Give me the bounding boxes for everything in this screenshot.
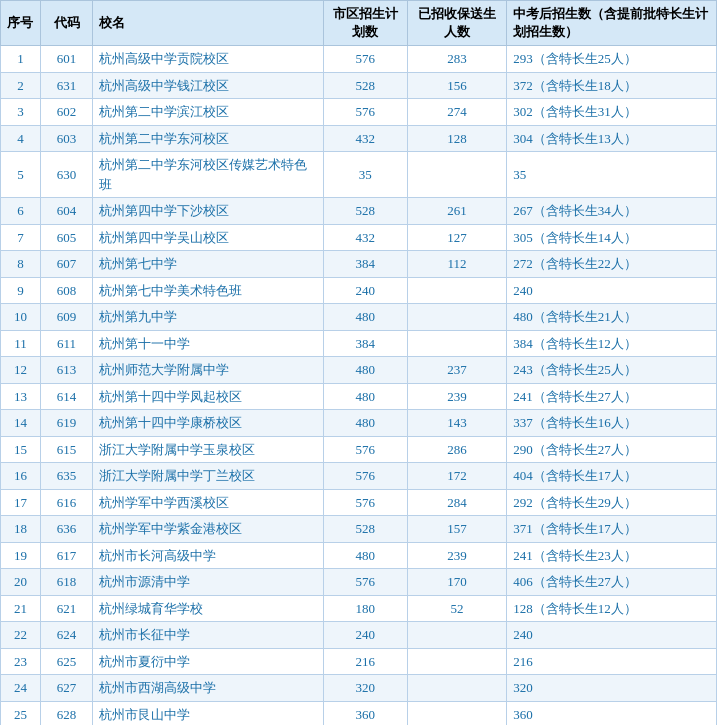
table-row: 9608杭州第七中学美术特色班240240	[1, 277, 717, 304]
table-cell	[407, 152, 507, 198]
table-cell: 杭州第十四中学康桥校区	[93, 410, 324, 437]
table-cell: 337（含特长生16人）	[507, 410, 717, 437]
table-cell: 杭州学军中学紫金港校区	[93, 516, 324, 543]
table-row: 4603杭州第二中学东河校区432128304（含特长生13人）	[1, 125, 717, 152]
table-cell: 406（含特长生27人）	[507, 569, 717, 596]
table-cell: 480	[323, 357, 407, 384]
table-cell: 528	[323, 72, 407, 99]
table-cell: 302（含特长生31人）	[507, 99, 717, 126]
table-cell	[407, 675, 507, 702]
table-cell: 23	[1, 648, 41, 675]
table-row: 8607杭州第七中学384112272（含特长生22人）	[1, 251, 717, 278]
table-cell: 384	[323, 251, 407, 278]
table-cell: 杭州高级中学贡院校区	[93, 46, 324, 73]
table-cell: 6	[1, 198, 41, 225]
header-name: 校名	[93, 1, 324, 46]
table-cell: 杭州市长征中学	[93, 622, 324, 649]
table-cell: 12	[1, 357, 41, 384]
table-cell: 239	[407, 383, 507, 410]
table-cell: 239	[407, 542, 507, 569]
table-cell: 261	[407, 198, 507, 225]
table-cell: 604	[40, 198, 92, 225]
table-cell: 576	[323, 436, 407, 463]
table-row: 25628杭州市艮山中学360360	[1, 701, 717, 725]
table-cell: 607	[40, 251, 92, 278]
table-row: 16635浙江大学附属中学丁兰校区576172404（含特长生17人）	[1, 463, 717, 490]
table-cell: 浙江大学附属中学玉泉校区	[93, 436, 324, 463]
main-container: 序号 代码 校名 市区招生计划数 已招收保送生人数 中考后招生数（含提前批特长生…	[0, 0, 717, 725]
table-cell: 13	[1, 383, 41, 410]
table-cell: 128	[407, 125, 507, 152]
table-row: 17616杭州学军中学西溪校区576284292（含特长生29人）	[1, 489, 717, 516]
table-cell: 35	[507, 152, 717, 198]
table-cell: 609	[40, 304, 92, 331]
table-cell: 128（含特长生12人）	[507, 595, 717, 622]
table-cell: 3	[1, 99, 41, 126]
table-cell: 11	[1, 330, 41, 357]
table-cell: 24	[1, 675, 41, 702]
table-cell	[407, 622, 507, 649]
table-cell: 618	[40, 569, 92, 596]
table-cell: 528	[323, 516, 407, 543]
table-cell	[407, 277, 507, 304]
table-cell: 杭州高级中学钱江校区	[93, 72, 324, 99]
table-cell: 635	[40, 463, 92, 490]
table-cell: 杭州市西湖高级中学	[93, 675, 324, 702]
table-cell: 616	[40, 489, 92, 516]
table-row: 21621杭州绿城育华学校18052128（含特长生12人）	[1, 595, 717, 622]
table-cell: 5	[1, 152, 41, 198]
table-cell: 608	[40, 277, 92, 304]
table-cell: 杭州师范大学附属中学	[93, 357, 324, 384]
table-row: 19617杭州市长河高级中学480239241（含特长生23人）	[1, 542, 717, 569]
table-cell: 284	[407, 489, 507, 516]
table-cell: 283	[407, 46, 507, 73]
table-cell: 480（含特长生21人）	[507, 304, 717, 331]
table-cell: 636	[40, 516, 92, 543]
table-cell: 603	[40, 125, 92, 152]
table-row: 20618杭州市源清中学576170406（含特长生27人）	[1, 569, 717, 596]
table-cell: 21	[1, 595, 41, 622]
table-cell: 52	[407, 595, 507, 622]
header-plan: 市区招生计划数	[323, 1, 407, 46]
table-cell: 112	[407, 251, 507, 278]
table-cell: 617	[40, 542, 92, 569]
table-cell: 170	[407, 569, 507, 596]
table-cell: 杭州市长河高级中学	[93, 542, 324, 569]
table-cell: 16	[1, 463, 41, 490]
table-cell: 杭州第四中学吴山校区	[93, 224, 324, 251]
table-cell: 25	[1, 701, 41, 725]
table-cell: 267（含特长生34人）	[507, 198, 717, 225]
table-cell: 浙江大学附属中学丁兰校区	[93, 463, 324, 490]
table-cell: 480	[323, 383, 407, 410]
table-cell: 8	[1, 251, 41, 278]
table-cell: 1	[1, 46, 41, 73]
table-cell: 611	[40, 330, 92, 357]
table-cell: 625	[40, 648, 92, 675]
table-cell	[407, 304, 507, 331]
table-cell: 杭州第二中学东河校区	[93, 125, 324, 152]
table-cell: 602	[40, 99, 92, 126]
table-cell: 293（含特长生25人）	[507, 46, 717, 73]
table-cell: 35	[323, 152, 407, 198]
table-cell: 404（含特长生17人）	[507, 463, 717, 490]
table-cell: 624	[40, 622, 92, 649]
table-row: 18636杭州学军中学紫金港校区528157371（含特长生17人）	[1, 516, 717, 543]
table-cell: 240	[507, 277, 717, 304]
table-cell: 320	[323, 675, 407, 702]
table-cell: 286	[407, 436, 507, 463]
table-cell: 619	[40, 410, 92, 437]
table-cell: 432	[323, 125, 407, 152]
table-cell: 528	[323, 198, 407, 225]
table-row: 6604杭州第四中学下沙校区528261267（含特长生34人）	[1, 198, 717, 225]
table-cell: 237	[407, 357, 507, 384]
table-cell: 614	[40, 383, 92, 410]
table-cell: 17	[1, 489, 41, 516]
table-cell: 240	[323, 277, 407, 304]
table-cell: 290（含特长生27人）	[507, 436, 717, 463]
table-cell: 19	[1, 542, 41, 569]
table-cell: 576	[323, 463, 407, 490]
table-cell: 7	[1, 224, 41, 251]
table-cell: 216	[507, 648, 717, 675]
table-cell: 480	[323, 542, 407, 569]
table-cell: 631	[40, 72, 92, 99]
